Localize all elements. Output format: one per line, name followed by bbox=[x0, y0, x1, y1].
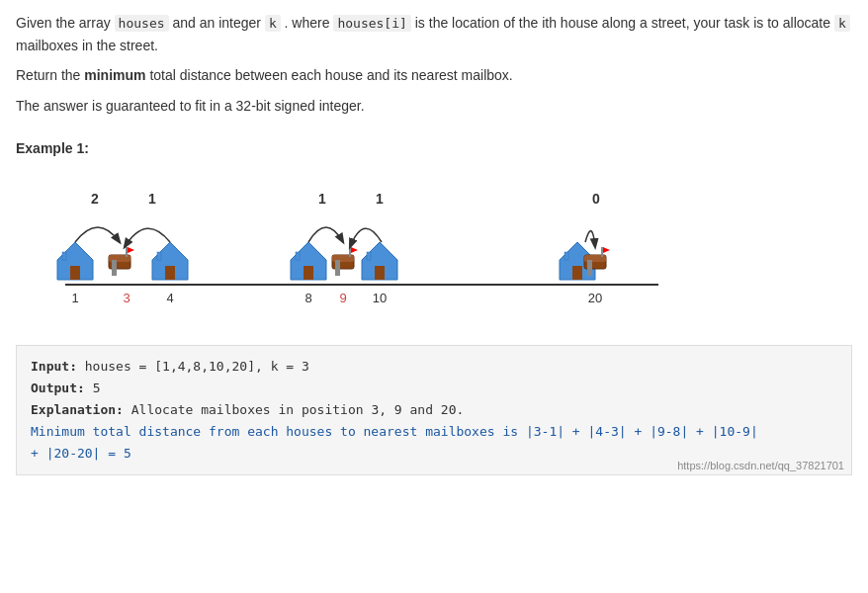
pos-label-8: 8 bbox=[304, 291, 311, 305]
io-box: Input: houses = [1,4,8,10,20], k = 3 Out… bbox=[16, 345, 852, 475]
pos-label-20: 20 bbox=[588, 291, 602, 305]
io-output-line: Output: 5 bbox=[31, 378, 837, 399]
svg-rect-16 bbox=[335, 260, 340, 276]
svg-rect-2 bbox=[62, 252, 66, 260]
pos-label-4: 4 bbox=[166, 291, 173, 305]
svg-marker-29 bbox=[603, 247, 610, 253]
pos-label-9: 9 bbox=[339, 291, 346, 305]
arrow-3 bbox=[308, 227, 343, 242]
dist-label-4: 1 bbox=[376, 191, 384, 207]
arrow-1 bbox=[75, 227, 120, 242]
problem-line3: The answer is guaranteed to fit in a 32-… bbox=[16, 95, 852, 117]
min-text: Minimum total distance from each houses … bbox=[31, 424, 758, 439]
dist-label-3: 1 bbox=[318, 191, 326, 207]
io-input-line: Input: houses = [1,4,8,10,20], k = 3 bbox=[31, 356, 837, 378]
mailbox-1 bbox=[109, 247, 134, 276]
svg-marker-7 bbox=[128, 247, 134, 253]
diagram-svg: 2 1 1 1 0 1 3 4 8 9 10 20 bbox=[36, 168, 668, 326]
watermark: https://blog.csdn.net/qq_37821701 bbox=[677, 460, 844, 471]
house-1 bbox=[57, 242, 93, 280]
svg-rect-17 bbox=[349, 247, 351, 257]
svg-marker-18 bbox=[351, 247, 358, 253]
svg-rect-5 bbox=[112, 260, 117, 276]
code-k: k bbox=[265, 15, 281, 32]
explanation-value: Allocate mailboxes in position 3, 9 and … bbox=[131, 402, 465, 417]
svg-rect-10 bbox=[157, 252, 161, 260]
min-text2: + |20-20| = 5 bbox=[31, 446, 131, 461]
output-value: 5 bbox=[93, 381, 101, 395]
io-min-line1: Minimum total distance from each houses … bbox=[31, 421, 837, 443]
svg-rect-12 bbox=[304, 266, 313, 280]
line1-mid2: . where bbox=[285, 15, 334, 31]
explanation-label: Explanation: bbox=[31, 402, 124, 417]
output-label: Output: bbox=[31, 381, 85, 395]
dist-label-2: 1 bbox=[148, 191, 156, 207]
line1-end: mailboxes in the street. bbox=[16, 38, 158, 53]
svg-rect-27 bbox=[587, 260, 592, 276]
mailbox-3 bbox=[584, 247, 610, 276]
input-label: Input: bbox=[31, 359, 77, 374]
arrow-2 bbox=[125, 228, 170, 247]
line1-mid1: and an integer bbox=[172, 15, 264, 31]
svg-rect-6 bbox=[126, 247, 128, 257]
mailbox-2 bbox=[332, 247, 358, 276]
dist-label-5: 0 bbox=[592, 191, 600, 207]
problem-line2: Return the minimum total distance betwee… bbox=[16, 64, 852, 86]
svg-rect-28 bbox=[601, 247, 603, 257]
code-houses-i: houses[i] bbox=[333, 15, 410, 32]
house-3 bbox=[291, 242, 326, 280]
code-k2: k bbox=[834, 15, 850, 32]
code-houses: houses bbox=[115, 15, 169, 32]
line1-mid3: is the location of the ith house along a… bbox=[415, 15, 834, 31]
svg-rect-23 bbox=[572, 266, 582, 280]
line2-pre: Return the bbox=[16, 67, 80, 83]
svg-rect-24 bbox=[564, 252, 568, 260]
house-2 bbox=[152, 242, 188, 280]
problem-line1: Given the array houses and an integer k … bbox=[16, 12, 852, 56]
svg-rect-21 bbox=[367, 252, 371, 260]
line2-bold: minimum bbox=[84, 67, 145, 83]
arrow-5 bbox=[585, 231, 595, 247]
svg-rect-13 bbox=[296, 252, 300, 260]
svg-rect-9 bbox=[165, 266, 175, 280]
pos-label-10: 10 bbox=[373, 291, 387, 305]
pos-label-3: 3 bbox=[123, 291, 130, 305]
svg-rect-1 bbox=[70, 266, 80, 280]
line2-end: total distance between each house and it… bbox=[149, 67, 512, 83]
input-value: houses = [1,4,8,10,20], k = 3 bbox=[85, 359, 309, 374]
page-wrapper: Given the array houses and an integer k … bbox=[16, 12, 852, 475]
svg-rect-20 bbox=[375, 266, 385, 280]
diagram: 2 1 1 1 0 1 3 4 8 9 10 20 bbox=[36, 168, 852, 329]
io-explanation-line: Explanation: Allocate mailboxes in posit… bbox=[31, 399, 837, 421]
house-4 bbox=[362, 242, 397, 280]
dist-label-1: 2 bbox=[91, 191, 99, 207]
example-title: Example 1: bbox=[16, 140, 852, 156]
pos-label-1: 1 bbox=[71, 291, 78, 305]
line1-pre: Given the array bbox=[16, 15, 111, 31]
